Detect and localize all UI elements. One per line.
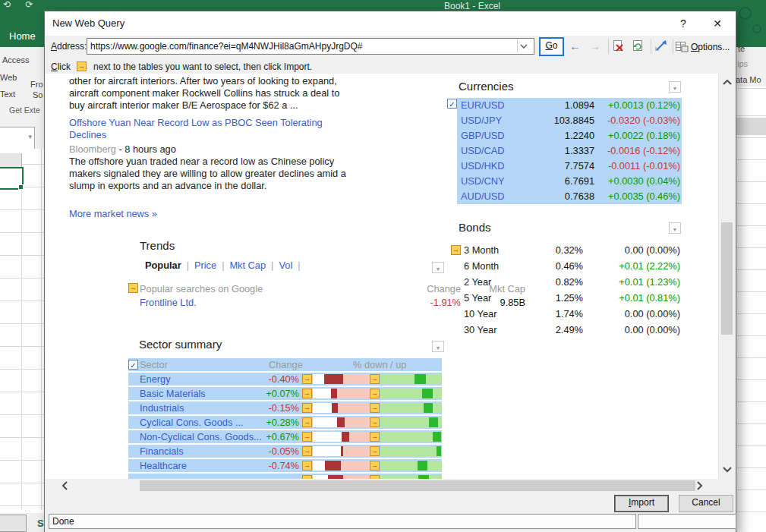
sheet-tab-partial[interactable]: S [37,518,44,529]
ribbon-label-sources[interactable]: So [33,90,43,99]
sector-dropdown-button[interactable] [432,341,444,352]
back-button[interactable]: ← [569,39,581,52]
sheet-tab-scroll-area[interactable] [0,515,27,532]
worksheet-grid-left[interactable] [0,149,44,513]
select-table-arrow-icon[interactable] [370,461,380,471]
currency-pair-link[interactable]: USD/HKD [461,159,505,174]
select-table-arrow-icon[interactable] [302,374,312,384]
refresh-icon[interactable] [632,40,645,52]
sector-change-value: +0.07% [242,387,299,400]
trends-tab-price[interactable]: Price [194,260,216,271]
dialog-titlebar[interactable]: New Web Query ? ✕ [45,11,736,36]
select-table-arrow-icon[interactable] [128,283,138,293]
trends-dropdown-button[interactable] [432,262,444,273]
select-table-arrow-icon[interactable] [370,417,380,427]
sector-up-bar [437,446,441,456]
bond-yield-value: 0.82% [503,274,583,290]
bond-name: 3 Month [464,242,499,258]
vertical-scrollbar[interactable] [718,74,735,479]
stop-refresh-cancel-icon[interactable] [613,40,624,52]
address-input[interactable]: https://www.google.com/finance?ei=qM4NWJ… [87,38,534,55]
select-table-arrow-icon[interactable] [370,432,380,442]
select-table-arrow-icon[interactable] [370,446,380,456]
ribbon-label-from-sources[interactable]: Fro [30,80,43,89]
instruction-text: next to the tables you want to select, t… [93,61,312,72]
select-table-arrow-icon[interactable] [302,432,312,442]
hide-icons-toggle-icon[interactable] [654,40,668,52]
select-table-arrow-icon[interactable] [302,461,312,471]
currency-pair-link[interactable]: USD/JPY [461,113,502,128]
sector-col-header: Sector [140,358,168,371]
news-headline-link[interactable]: Offshore Yuan Near Record Low as PBOC Se… [69,117,426,141]
excel-name-box[interactable]: ▾ [0,127,35,150]
bond-change-value: 0.00 (0.00%) [588,306,680,322]
currency-pair-link[interactable]: GBP/USD [461,128,505,143]
bond-row: 3 Month0.32%0.00 (0.00%) [457,242,682,258]
horizontal-scrollbar[interactable] [46,479,718,493]
sector-link[interactable]: Financials [140,445,184,458]
ribbon-label-from-access[interactable]: Access [2,55,29,65]
select-table-arrow-icon[interactable] [302,403,312,413]
sector-link[interactable]: Basic Materials [140,387,206,400]
currency-row: USD/CNY6.7691+0.0030 (0.04%) [457,174,682,189]
sector-down-bar-track [313,389,370,398]
ribbon-label-ips: ips [737,59,748,68]
options-button[interactable]: Options... [691,42,730,52]
currency-pair-link[interactable]: AUD/USD [461,189,505,204]
go-button[interactable]: Go [539,37,564,56]
sector-down-bar [337,417,345,427]
ribbon-tab-home[interactable]: Home [9,30,36,42]
currency-pair-link[interactable]: USD/CAD [461,143,505,159]
currency-pair-link[interactable]: EUR/USD [461,98,505,113]
trends-tab-mkt-cap[interactable]: Mkt Cap [229,260,266,271]
select-table-arrow-icon[interactable] [451,245,461,255]
worksheet-grid-right[interactable] [735,87,766,532]
sector-row: Industrials-0.15% [128,401,442,414]
scroll-up-icon[interactable] [723,80,732,86]
currency-row: USD/JPY103.8845-0.0320 (-0.03%) [457,113,682,128]
sector-down-bar-track [313,432,370,442]
fill-handle[interactable] [18,184,24,190]
quick-access-toolbar-icons[interactable]: ⟲ ⟳ [3,0,39,10]
ribbon-label-from-text[interactable]: Text [0,90,15,99]
address-dropdown-button[interactable] [517,39,530,52]
chevron-down-icon[interactable]: ▾ [28,133,32,140]
select-table-arrow-icon[interactable] [302,446,312,456]
sector-link[interactable]: Energy [140,373,171,386]
bonds-dropdown-button[interactable] [669,222,681,234]
sector-link[interactable]: Cyclical Cons. Goods ... [140,416,244,429]
sector-change-value: -0.15% [242,401,299,414]
sector-header-row: SectorChange% down / up [128,358,442,371]
sector-link[interactable]: Industrials [140,401,184,414]
ribbon-label-from-web[interactable]: Web [0,73,17,82]
horizontal-scrollbar-thumb[interactable] [140,480,695,491]
column-header[interactable] [0,153,22,168]
trend-stock-link[interactable]: Frontline Ltd. [140,297,197,308]
close-button[interactable]: ✕ [708,16,727,31]
tab-separator: | [298,260,300,271]
import-button[interactable]: Import [614,495,669,512]
save-query-icon[interactable] [676,40,689,52]
select-table-arrow-icon[interactable] [370,403,380,413]
currencies-table-checkbox[interactable] [447,99,457,109]
scroll-right-icon[interactable] [697,481,703,490]
vertical-scrollbar-thumb[interactable] [721,222,733,335]
select-table-arrow-icon[interactable] [302,389,312,398]
sector-table-checkbox[interactable] [128,360,138,370]
more-market-news-link[interactable]: More market news » [69,208,157,219]
cancel-button[interactable]: Cancel [679,495,733,512]
select-table-arrow-icon[interactable] [370,389,380,398]
help-button[interactable]: ? [673,16,693,31]
scroll-left-icon[interactable] [62,481,68,490]
select-table-arrow-icon[interactable] [302,417,312,427]
trends-tab-vol[interactable]: Vol [279,260,292,271]
select-table-arrow-icon[interactable] [370,374,380,384]
scroll-down-icon[interactable] [723,467,732,473]
sector-up-bar-track [380,446,442,456]
sector-link[interactable]: Healthcare [140,459,187,472]
trends-tab-popular[interactable]: Popular [145,260,181,271]
currency-pair-link[interactable]: USD/CNY [461,174,505,189]
currencies-dropdown-button[interactable] [669,81,681,93]
sector-down-bar-fill [343,374,370,384]
sector-row: Financials-0.05% [128,445,442,458]
